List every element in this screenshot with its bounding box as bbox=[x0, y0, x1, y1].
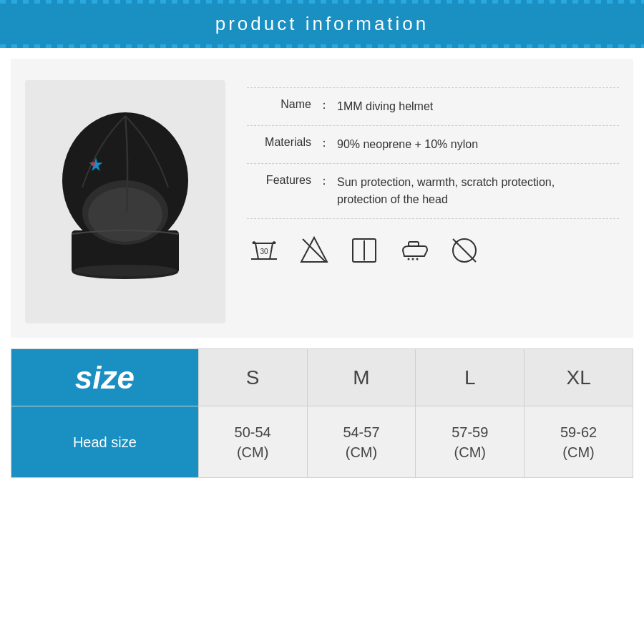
size-section: size S M L XL Head size 50-54(CM) 54-57(… bbox=[11, 348, 633, 478]
name-label: Name bbox=[247, 98, 311, 111]
svg-text:30: 30 bbox=[260, 248, 268, 255]
svg-point-14 bbox=[408, 258, 410, 260]
svg-point-16 bbox=[416, 258, 419, 260]
size-xl-value: 59-62(CM) bbox=[525, 406, 633, 478]
size-data-row: Head size 50-54(CM) 54-57(CM) 57-59(CM) … bbox=[11, 406, 633, 478]
care-icons-row: 30 bbox=[247, 219, 619, 275]
wash-30-icon: 30 bbox=[247, 233, 281, 268]
size-l-value: 57-59(CM) bbox=[416, 406, 525, 478]
features-label: Features bbox=[247, 174, 311, 187]
size-table: size S M L XL Head size 50-54(CM) 54-57(… bbox=[11, 348, 633, 478]
size-label-cell: size bbox=[11, 349, 199, 406]
size-m-value: 54-57(CM) bbox=[307, 406, 416, 478]
features-row: Features ： Sun protection, warmth, scrat… bbox=[247, 164, 619, 219]
svg-point-7 bbox=[74, 265, 177, 276]
product-section: Name ： 1MM diving helmet Materials ： 90%… bbox=[11, 59, 633, 338]
header-title: product information bbox=[215, 13, 429, 34]
no-dry-clean-icon bbox=[447, 233, 482, 268]
svg-point-5 bbox=[91, 162, 95, 166]
head-size-label-cell: Head size bbox=[11, 406, 199, 478]
name-value: 1MM diving helmet bbox=[337, 98, 433, 115]
size-l-header: L bbox=[416, 349, 525, 406]
page-header: product information bbox=[0, 0, 644, 48]
svg-rect-13 bbox=[409, 242, 419, 246]
product-image bbox=[47, 102, 204, 302]
materials-row: Materials ： 90% neoprene + 10% nylon bbox=[247, 126, 619, 164]
product-info-section: Name ： 1MM diving helmet Materials ： 90%… bbox=[247, 80, 619, 323]
head-size-label: Head size bbox=[73, 434, 137, 450]
size-s-value: 50-54(CM) bbox=[198, 406, 307, 478]
size-label: size bbox=[75, 360, 135, 395]
name-row: Name ： 1MM diving helmet bbox=[247, 87, 619, 126]
size-header-row: size S M L XL bbox=[11, 349, 633, 406]
size-m-header: M bbox=[307, 349, 416, 406]
svg-line-10 bbox=[303, 239, 326, 262]
product-image-area bbox=[25, 80, 225, 323]
size-xl-header: XL bbox=[525, 349, 633, 406]
svg-point-3 bbox=[88, 187, 162, 242]
tumble-dry-icon bbox=[347, 233, 381, 268]
materials-value: 90% neoprene + 10% nylon bbox=[337, 136, 478, 153]
no-bleach-icon bbox=[297, 233, 331, 268]
features-value: Sun protection, warmth, scratch protecti… bbox=[337, 174, 555, 208]
materials-label: Materials bbox=[247, 136, 311, 149]
size-s-header: S bbox=[198, 349, 307, 406]
svg-point-15 bbox=[412, 258, 414, 260]
iron-icon bbox=[397, 233, 431, 268]
